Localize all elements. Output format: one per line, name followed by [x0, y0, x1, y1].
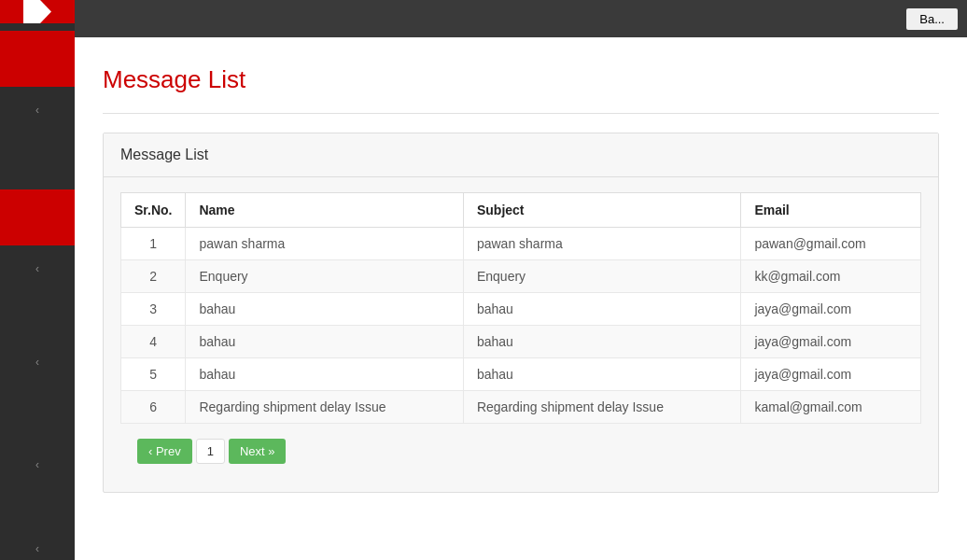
cell-subject: Enquery	[463, 260, 740, 293]
sidebar-collapse-1[interactable]: ‹	[0, 87, 75, 133]
cell-email: pawan@gmail.com	[741, 228, 921, 260]
cell-srno: 1	[121, 228, 186, 260]
cell-email: jaya@gmail.com	[741, 326, 921, 358]
col-srno: Sr.No.	[121, 193, 186, 228]
table-row[interactable]: 6 Regarding shipment delay Issue Regardi…	[121, 391, 921, 424]
table-row[interactable]: 3 bahau bahau jaya@gmail.com	[121, 293, 921, 326]
cell-name: bahau	[186, 293, 463, 326]
logo-icon	[23, 0, 51, 23]
message-list-card: Message List Sr.No. Name Subject Email 1…	[103, 133, 939, 493]
cell-srno: 5	[121, 358, 186, 391]
table-row[interactable]: 1 pawan sharma pawan sharma pawan@gmail.…	[121, 228, 921, 260]
sidebar-collapse-3[interactable]: ‹	[0, 339, 75, 385]
cell-name: bahau	[186, 358, 463, 391]
back-button[interactable]: Ba...	[906, 8, 958, 30]
cell-email: kk@gmail.com	[741, 260, 921, 293]
topbar: Ba...	[75, 0, 967, 37]
page-title: Message List	[103, 65, 939, 94]
cell-email: jaya@gmail.com	[741, 358, 921, 391]
cell-name: Enquery	[186, 260, 463, 293]
cell-email: kamal@gmail.com	[741, 391, 921, 424]
page-1-number[interactable]: 1	[196, 439, 225, 464]
main-content: Message List Message List Sr.No. Name Su…	[75, 37, 967, 560]
prev-button[interactable]: ‹ Prev	[137, 439, 192, 464]
cell-subject: bahau	[463, 293, 740, 326]
sidebar-items: ‹ ‹ ‹ ‹ ‹	[0, 23, 75, 560]
sidebar-red-block-2	[0, 189, 75, 245]
cell-srno: 4	[121, 326, 186, 358]
cell-subject: bahau	[463, 326, 740, 358]
table-row[interactable]: 2 Enquery Enquery kk@gmail.com	[121, 260, 921, 293]
next-button[interactable]: Next »	[229, 439, 287, 464]
card-body: Sr.No. Name Subject Email 1 pawan sharma…	[104, 177, 938, 473]
col-email: Email	[741, 193, 921, 228]
message-table: Sr.No. Name Subject Email 1 pawan sharma…	[120, 192, 921, 424]
cell-subject: bahau	[463, 358, 740, 391]
cell-email: jaya@gmail.com	[741, 293, 921, 326]
divider	[103, 113, 939, 114]
cell-subject: pawan sharma	[463, 228, 740, 260]
pagination: ‹ Prev 1 Next »	[120, 439, 921, 464]
cell-name: bahau	[186, 326, 463, 358]
sidebar-collapse-5[interactable]: ‹	[0, 525, 75, 560]
col-subject: Subject	[463, 193, 740, 228]
table-body: 1 pawan sharma pawan sharma pawan@gmail.…	[121, 228, 921, 424]
table-head: Sr.No. Name Subject Email	[121, 193, 921, 228]
sidebar-collapse-4[interactable]: ‹	[0, 441, 75, 488]
sidebar-red-block-1	[0, 31, 75, 87]
cell-name: Regarding shipment delay Issue	[186, 391, 463, 424]
cell-subject: Regarding shipment delay Issue	[463, 391, 740, 424]
table-row[interactable]: 4 bahau bahau jaya@gmail.com	[121, 326, 921, 358]
sidebar: ‹ ‹ ‹ ‹ ‹	[0, 0, 75, 560]
table-row[interactable]: 5 bahau bahau jaya@gmail.com	[121, 358, 921, 391]
cell-name: pawan sharma	[186, 228, 463, 260]
cell-srno: 6	[121, 391, 186, 424]
cell-srno: 2	[121, 260, 186, 293]
cell-srno: 3	[121, 293, 186, 326]
col-name: Name	[186, 193, 463, 228]
sidebar-collapse-2[interactable]: ‹	[0, 245, 75, 292]
sidebar-logo	[0, 0, 75, 23]
card-header: Message List	[104, 133, 938, 177]
